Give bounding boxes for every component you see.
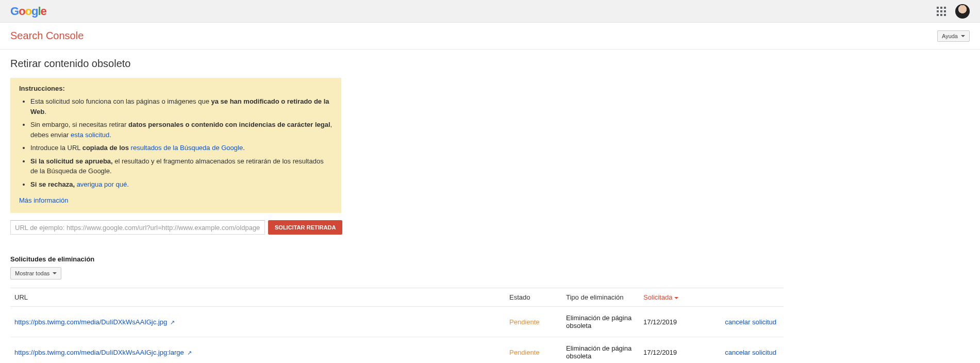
sub-header: Search Console Ayuda	[0, 23, 980, 50]
col-header-estado[interactable]: Estado	[505, 288, 562, 307]
row-url-link[interactable]: https://pbs.twimg.com/media/DuIiDXkWsAAI…	[14, 318, 167, 326]
external-link-icon[interactable]: ↗	[170, 319, 175, 326]
avatar[interactable]	[955, 4, 970, 19]
row-type: Eliminación de página obsoleta	[562, 307, 639, 337]
apps-icon[interactable]	[937, 7, 946, 16]
filter-button-label: Mostrar todas	[15, 270, 49, 276]
legal-request-link[interactable]: esta solicitud.	[71, 131, 111, 139]
requests-section-title: Solicitudes de eliminación	[10, 255, 784, 263]
row-date: 17/12/2019	[639, 337, 691, 364]
search-results-link[interactable]: resultados de la Búsqueda de Google	[131, 144, 243, 152]
instructions-box: Instrucciones: Esta solicitud solo funci…	[10, 78, 341, 213]
row-status: Pendiente	[505, 337, 562, 364]
cancel-request-link[interactable]: cancelar solicitud	[725, 349, 776, 356]
instruction-item: Si se rechaza, averigua por qué.	[30, 179, 333, 190]
external-link-icon[interactable]: ↗	[187, 350, 192, 356]
col-header-url[interactable]: URL	[10, 288, 505, 307]
page-title: Retirar contenido obsoleto	[10, 58, 784, 70]
instructions-heading: Instrucciones:	[19, 85, 65, 92]
row-url-link[interactable]: https://pbs.twimg.com/media/DuIiDXkWsAAI…	[14, 349, 184, 356]
caret-down-icon	[53, 272, 57, 274]
help-button[interactable]: Ayuda	[937, 30, 970, 42]
col-header-solicitada[interactable]: Solicitada	[639, 288, 691, 307]
caret-down-icon	[961, 35, 965, 37]
instruction-item: Introduce la URL copiada de los resultad…	[30, 143, 333, 153]
instruction-item: Si la solicitud se aprueba, el resultado…	[30, 156, 333, 176]
google-logo[interactable]: Google	[10, 5, 46, 18]
instruction-item: Sin embargo, si necesitas retirar datos …	[30, 120, 333, 140]
col-header-tipo[interactable]: Tipo de eliminación	[562, 288, 639, 307]
col-header-actions	[691, 288, 784, 307]
why-rejected-link[interactable]: averigua por qué.	[77, 180, 129, 188]
cancel-request-link[interactable]: cancelar solicitud	[725, 318, 776, 326]
sort-desc-icon	[674, 297, 678, 299]
instruction-item: Esta solicitud solo funciona con las pág…	[30, 96, 333, 117]
more-info-link[interactable]: Más información	[19, 196, 68, 204]
app-title[interactable]: Search Console	[10, 30, 84, 42]
filter-button[interactable]: Mostrar todas	[10, 267, 61, 279]
help-button-label: Ayuda	[942, 33, 958, 39]
google-header: Google	[0, 0, 980, 23]
row-type: Eliminación de página obsoleta	[562, 337, 639, 364]
table-row: https://pbs.twimg.com/media/DuIiDXkWsAAI…	[10, 337, 784, 364]
row-status: Pendiente	[505, 307, 562, 337]
table-row: https://pbs.twimg.com/media/DuIiDXkWsAAI…	[10, 307, 784, 337]
request-removal-button[interactable]: SOLICITAR RETIRADA	[268, 220, 342, 235]
url-input[interactable]	[10, 220, 265, 235]
requests-table: URL Estado Tipo de eliminación Solicitad…	[10, 288, 784, 363]
row-date: 17/12/2019	[639, 307, 691, 337]
